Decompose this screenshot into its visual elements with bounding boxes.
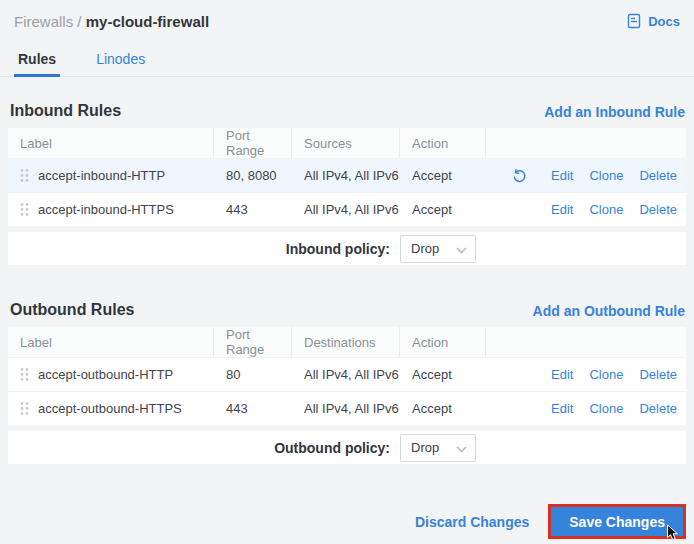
outbound-policy-label: Outbound policy:	[274, 440, 390, 456]
page-header: Firewalls / my-cloud-firewall Docs	[0, 0, 694, 34]
undo-icon[interactable]	[511, 168, 527, 184]
column-header-actions	[486, 128, 686, 158]
inbound-section-header: Inbound Rules Add an Inbound Rule	[10, 102, 685, 120]
clone-link[interactable]: Clone	[589, 168, 623, 183]
rule-label: accept-outbound-HTTPS	[38, 401, 182, 416]
delete-link[interactable]: Delete	[639, 202, 677, 217]
outbound-rules-title: Outbound Rules	[10, 301, 134, 319]
table-row-accept-inbound-https: accept-inbound-HTTPS 443 All IPv4, All I…	[8, 192, 686, 226]
outbound-policy-select[interactable]: Drop	[400, 434, 476, 462]
edit-link[interactable]: Edit	[551, 367, 573, 382]
rule-destinations: All IPv4, All IPv6	[292, 401, 400, 416]
rule-label: accept-inbound-HTTP	[38, 168, 165, 183]
drag-handle-icon[interactable]	[20, 401, 29, 416]
inbound-rules-table: Label Port Range Sources Action accept-i…	[8, 128, 686, 265]
chevron-down-icon	[456, 240, 467, 258]
inbound-table-header: Label Port Range Sources Action	[8, 128, 686, 158]
table-row-accept-outbound-https: accept-outbound-HTTPS 443 All IPv4, All …	[8, 391, 686, 425]
rule-port-range: 443	[214, 202, 292, 217]
docs-label: Docs	[648, 14, 680, 29]
column-header-port-range: Port Range	[214, 327, 292, 357]
breadcrumb-separator: /	[77, 13, 81, 30]
breadcrumb: Firewalls / my-cloud-firewall	[14, 10, 209, 34]
add-outbound-rule-link[interactable]: Add an Outbound Rule	[533, 303, 685, 319]
breadcrumb-firewalls-link[interactable]: Firewalls	[14, 13, 73, 30]
rule-destinations: All IPv4, All IPv6	[292, 367, 400, 382]
inbound-policy-row: Inbound policy: Drop	[8, 232, 686, 265]
inbound-rules-title: Inbound Rules	[10, 102, 121, 120]
tab-bar: Rules Linodes	[0, 47, 694, 77]
table-row-accept-inbound-http: accept-inbound-HTTP 80, 8080 All IPv4, A…	[8, 158, 686, 192]
column-header-port-range: Port Range	[214, 128, 292, 158]
column-header-action: Action	[400, 327, 486, 357]
edit-link[interactable]: Edit	[551, 168, 573, 183]
edit-link[interactable]: Edit	[551, 401, 573, 416]
delete-link[interactable]: Delete	[639, 168, 677, 183]
inbound-policy-label: Inbound policy:	[286, 241, 390, 257]
outbound-rules-table: Label Port Range Destinations Action acc…	[8, 327, 686, 464]
breadcrumb-current-firewall: my-cloud-firewall	[86, 13, 209, 30]
column-header-action: Action	[400, 128, 486, 158]
rule-action: Accept	[400, 168, 486, 183]
save-changes-button[interactable]: Save Changes	[551, 507, 683, 536]
delete-link[interactable]: Delete	[639, 401, 677, 416]
rule-action: Accept	[400, 202, 486, 217]
docs-icon	[626, 13, 642, 29]
delete-link[interactable]: Delete	[639, 367, 677, 382]
column-header-sources: Sources	[292, 128, 400, 158]
rule-port-range: 80	[214, 367, 292, 382]
clone-link[interactable]: Clone	[589, 401, 623, 416]
clone-link[interactable]: Clone	[589, 202, 623, 217]
rule-label: accept-outbound-HTTP	[38, 367, 173, 382]
column-header-label: Label	[8, 128, 214, 158]
outbound-policy-row: Outbound policy: Drop	[8, 431, 686, 464]
clone-link[interactable]: Clone	[589, 367, 623, 382]
inbound-policy-select[interactable]: Drop	[400, 235, 476, 263]
discard-changes-link[interactable]: Discard Changes	[415, 514, 529, 530]
tab-linodes[interactable]: Linodes	[92, 47, 149, 76]
rule-sources: All IPv4, All IPv6	[292, 168, 400, 183]
rule-action: Accept	[400, 367, 486, 382]
column-header-destinations: Destinations	[292, 327, 400, 357]
outbound-section-header: Outbound Rules Add an Outbound Rule	[10, 301, 685, 319]
add-inbound-rule-link[interactable]: Add an Inbound Rule	[544, 104, 685, 120]
outbound-policy-value: Drop	[411, 440, 439, 455]
drag-handle-icon[interactable]	[20, 202, 29, 217]
save-button-highlight: Save Changes	[548, 504, 686, 539]
rule-label: accept-inbound-HTTPS	[38, 202, 174, 217]
footer-actions: Discard Changes Save Changes	[0, 504, 694, 539]
rule-action: Accept	[400, 401, 486, 416]
drag-handle-icon[interactable]	[20, 367, 29, 382]
tab-rules[interactable]: Rules	[14, 47, 60, 76]
docs-link[interactable]: Docs	[626, 13, 680, 29]
column-header-label: Label	[8, 327, 214, 357]
drag-handle-icon[interactable]	[20, 168, 29, 183]
inbound-policy-value: Drop	[411, 241, 439, 256]
column-header-actions	[486, 327, 686, 357]
chevron-down-icon	[456, 439, 467, 457]
rule-sources: All IPv4, All IPv6	[292, 202, 400, 217]
table-row-accept-outbound-http: accept-outbound-HTTP 80 All IPv4, All IP…	[8, 357, 686, 391]
outbound-table-header: Label Port Range Destinations Action	[8, 327, 686, 357]
edit-link[interactable]: Edit	[551, 202, 573, 217]
rule-port-range: 80, 8080	[214, 168, 292, 183]
rule-port-range: 443	[214, 401, 292, 416]
